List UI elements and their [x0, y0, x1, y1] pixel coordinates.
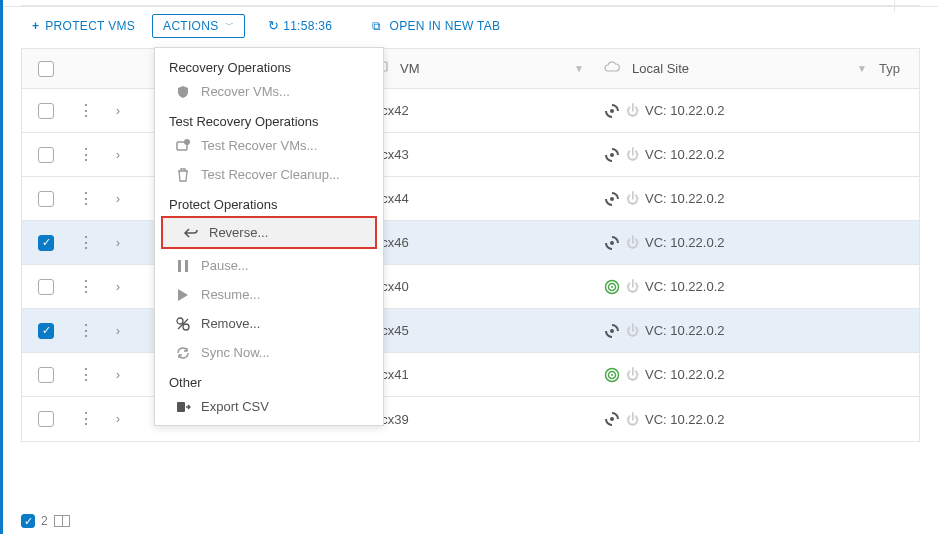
expand-icon[interactable]: ›	[116, 104, 120, 118]
test-recover-icon	[175, 139, 191, 153]
new-tab-icon: ⧉	[372, 19, 381, 33]
row-menu-icon[interactable]: ⋮	[78, 103, 93, 119]
row-checkbox[interactable]	[38, 191, 54, 207]
power-icon: ⏻	[626, 323, 639, 338]
actions-button[interactable]: ACTIONS ﹀	[152, 14, 245, 38]
row-menu-icon[interactable]: ⋮	[78, 147, 93, 163]
svg-point-8	[611, 286, 613, 288]
column-header-local-site[interactable]: Local Site ▼	[596, 61, 879, 76]
pause-icon	[175, 260, 191, 272]
status-icon	[604, 411, 620, 427]
row-checkbox[interactable]	[38, 367, 54, 383]
power-icon: ⏻	[626, 412, 639, 427]
selected-count-icon: ✓	[21, 514, 35, 528]
expand-icon[interactable]: ›	[116, 324, 120, 338]
dropdown-section-other: Other	[155, 367, 383, 392]
vc-address: VC: 10.22.0.2	[645, 323, 725, 338]
power-icon: ⏻	[626, 103, 639, 118]
svg-point-18	[177, 318, 183, 324]
status-icon	[604, 103, 620, 119]
select-all-checkbox[interactable]	[38, 61, 54, 77]
expand-icon[interactable]: ›	[116, 280, 120, 294]
vc-address: VC: 10.22.0.2	[645, 147, 725, 162]
svg-rect-21	[177, 402, 185, 412]
expand-icon[interactable]: ›	[116, 412, 120, 426]
vc-address: VC: 10.22.0.2	[645, 191, 725, 206]
dropdown-section-recovery: Recovery Operations	[155, 52, 383, 77]
trash-icon	[175, 168, 191, 182]
table-footer: ✓ 2	[21, 514, 70, 528]
vc-address: VC: 10.22.0.2	[645, 367, 725, 382]
expand-icon[interactable]: ›	[116, 236, 120, 250]
reverse-icon	[183, 227, 199, 239]
dropdown-item-test-recover[interactable]: Test Recover VMs...	[155, 131, 383, 160]
vc-address: VC: 10.22.0.2	[645, 412, 725, 427]
sort-icon: ▼	[857, 63, 867, 74]
row-checkbox[interactable]	[38, 103, 54, 119]
dropdown-item-resume[interactable]: Resume...	[155, 280, 383, 309]
power-icon: ⏻	[626, 279, 639, 294]
power-icon: ⏻	[626, 367, 639, 382]
remove-icon	[175, 317, 191, 331]
open-new-tab-label: OPEN IN NEW TAB	[390, 19, 501, 33]
svg-point-9	[610, 329, 614, 333]
play-icon	[175, 289, 191, 301]
row-menu-icon[interactable]: ⋮	[78, 367, 93, 383]
expand-icon[interactable]: ›	[116, 192, 120, 206]
svg-point-13	[610, 417, 614, 421]
refresh-time: 11:58:36	[283, 19, 332, 33]
row-menu-icon[interactable]: ⋮	[78, 323, 93, 339]
dropdown-section-protect: Protect Operations	[155, 189, 383, 214]
row-checkbox[interactable]	[38, 411, 54, 427]
plus-icon: +	[32, 19, 39, 33]
selected-count: 2	[41, 514, 48, 528]
expand-icon[interactable]: ›	[116, 148, 120, 162]
refresh-button[interactable]: ↻ 11:58:36	[257, 13, 343, 38]
dropdown-item-export-csv[interactable]: Export CSV	[155, 392, 383, 421]
row-checkbox[interactable]: ✓	[38, 235, 54, 251]
row-menu-icon[interactable]: ⋮	[78, 235, 93, 251]
dropdown-item-remove[interactable]: Remove...	[155, 309, 383, 338]
actions-label: ACTIONS	[163, 19, 218, 33]
row-checkbox[interactable]: ✓	[38, 323, 54, 339]
open-new-tab-button[interactable]: ⧉ OPEN IN NEW TAB	[361, 14, 511, 38]
column-header-type[interactable]: Typ	[879, 61, 919, 76]
shield-icon	[175, 85, 191, 99]
column-picker-button[interactable]	[54, 515, 70, 527]
svg-point-12	[611, 374, 613, 376]
svg-point-15	[184, 139, 190, 145]
dropdown-item-recover-vms[interactable]: Recover VMs...	[155, 77, 383, 106]
export-icon	[175, 401, 191, 413]
status-icon	[604, 279, 620, 295]
dropdown-item-pause[interactable]: Pause...	[155, 251, 383, 280]
svg-rect-17	[185, 260, 188, 272]
svg-point-4	[610, 197, 614, 201]
row-menu-icon[interactable]: ⋮	[78, 191, 93, 207]
row-checkbox[interactable]	[38, 147, 54, 163]
dropdown-item-test-cleanup[interactable]: Test Recover Cleanup...	[155, 160, 383, 189]
row-menu-icon[interactable]: ⋮	[78, 411, 93, 427]
dropdown-section-test: Test Recovery Operations	[155, 106, 383, 131]
status-icon	[604, 147, 620, 163]
protect-vms-button[interactable]: + PROTECT VMS	[21, 14, 146, 38]
refresh-icon: ↻	[268, 18, 279, 33]
status-icon	[604, 323, 620, 339]
power-icon: ⏻	[626, 191, 639, 206]
row-checkbox[interactable]	[38, 279, 54, 295]
svg-rect-16	[178, 260, 181, 272]
sort-icon: ▼	[574, 63, 584, 74]
row-menu-icon[interactable]: ⋮	[78, 279, 93, 295]
column-header-vm[interactable]: VM ▼	[366, 60, 596, 77]
svg-point-19	[183, 324, 189, 330]
dropdown-item-sync[interactable]: Sync Now...	[155, 338, 383, 367]
vc-address: VC: 10.22.0.2	[645, 103, 725, 118]
cloud-icon	[604, 61, 620, 76]
status-icon	[604, 367, 620, 383]
expand-icon[interactable]: ›	[116, 368, 120, 382]
dropdown-item-reverse[interactable]: Reverse...	[163, 218, 375, 247]
chevron-down-icon: ﹀	[225, 19, 234, 32]
svg-point-2	[610, 109, 614, 113]
toolbar: + PROTECT VMS ACTIONS ﹀ ↻ 11:58:36 ⧉ OPE…	[3, 6, 938, 44]
vc-address: VC: 10.22.0.2	[645, 235, 725, 250]
status-icon	[604, 235, 620, 251]
